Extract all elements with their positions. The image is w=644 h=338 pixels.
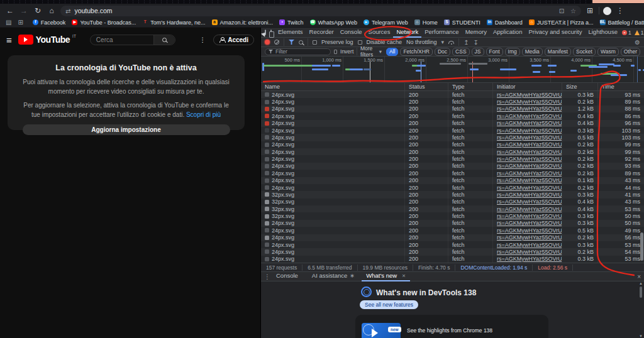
network-request-row[interactable]: 24px.svg 200 fetch rs=AGKMywHYaz55OVrU3Q… [261, 256, 644, 263]
network-request-row[interactable]: 24px.svg 200 fetch rs=AGKMywHYaz55OVrU3Q… [261, 134, 644, 141]
preserve-log-checkbox[interactable] [313, 40, 317, 45]
apps-grid-icon[interactable]: ⊞ [16, 19, 25, 26]
network-request-row[interactable]: 24px.svg 200 fetch rs=AGKMywHYaz55OVrU3Q… [261, 98, 644, 105]
learn-more-link[interactable]: Scopri di più [186, 111, 221, 118]
column-status[interactable]: Status [405, 83, 448, 90]
network-request-row[interactable]: 24px.svg 200 fetch rs=AGKMywHYaz55OVrU3Q… [261, 141, 644, 148]
network-request-row[interactable]: 24px.svg 200 fetch rs=AGKMywHYaz55OVrU3Q… [261, 91, 644, 98]
network-search-icon[interactable] [299, 40, 303, 45]
highlight-card[interactable]: new See the highlights from Chrome 138 [355, 315, 548, 338]
network-request-row[interactable]: 24px.svg 200 fetch rs=AGKMywHYaz55OVrU3Q… [261, 155, 644, 162]
request-initiator-link[interactable]: rs=AGKMywHYaz55OVrU3Q1xu4ZRgM [497, 185, 562, 191]
drawer-tab[interactable]: AI assistance ∗ [308, 271, 362, 281]
request-initiator-link[interactable]: rs=AGKMywHYaz55OVrU3Q1xu4ZRgM [497, 134, 562, 141]
request-type-chip[interactable]: Other [621, 48, 640, 56]
network-request-row[interactable]: 32px.svg 200 fetch rs=AGKMywHYaz55OVrU3Q… [261, 191, 644, 198]
network-request-row[interactable]: 24px.svg 200 fetch rs=AGKMywHYaz55OVrU3Q… [261, 177, 644, 184]
request-initiator-link[interactable]: rs=AGKMywHYaz55OVrU3Q1xu4ZRgM [497, 149, 562, 155]
guide-menu-icon[interactable]: ≡ [6, 35, 12, 45]
request-initiator-link[interactable]: rs=AGKMywHYaz55OVrU3Q1xu4ZRgM [497, 163, 562, 169]
bookmark-item[interactable]: in Dashboard [484, 18, 525, 27]
network-request-row[interactable]: 24px.svg 200 fetch rs=AGKMywHYaz55OVrU3Q… [261, 227, 644, 234]
request-type-chip[interactable]: Manifest [545, 48, 571, 56]
column-time[interactable]: Time [598, 83, 644, 90]
network-request-row[interactable]: 24px.svg 200 fetch rs=AGKMywHYaz55OVrU3Q… [261, 184, 644, 191]
bookmark-item[interactable]: ⌂ Home [412, 18, 440, 27]
inspect-element-icon[interactable] [265, 30, 266, 35]
request-initiator-link[interactable]: rs=AGKMywHYaz55OVrU3Q1xu4ZRgM [497, 106, 562, 112]
request-initiator-link[interactable]: rs=AGKMywHYaz55OVrU3Q1xu4ZRgM [497, 199, 562, 205]
search-input[interactable]: Cerca [90, 35, 175, 45]
drawer-tab[interactable]: What's new × [362, 271, 409, 281]
devtools-tab[interactable]: Performance [421, 28, 462, 38]
devtools-tab[interactable]: Network [393, 28, 421, 38]
search-button[interactable] [153, 35, 175, 45]
request-initiator-link[interactable]: rs=AGKMywHYaz55OVrU3Q1xu4ZRgM [497, 234, 562, 241]
disable-cache-checkbox[interactable] [358, 40, 362, 45]
column-initiator[interactable]: Initiator [493, 83, 562, 90]
request-type-chip[interactable]: Font [486, 48, 503, 56]
export-har-icon[interactable]: ↧ [474, 39, 479, 46]
home-icon[interactable]: ⌂ [47, 7, 57, 14]
masthead-menu-icon[interactable]: ⋮ [199, 39, 206, 41]
drawer-scrollbar[interactable]: ▲ ▼ [638, 281, 643, 338]
request-type-chip[interactable]: Wasm [597, 48, 619, 56]
address-bar[interactable]: ⇄ youtube.com ⊡ ☆ [60, 6, 581, 16]
filter-funnel-icon[interactable] [289, 40, 294, 45]
drawer-close-icon[interactable]: × [637, 273, 641, 280]
request-initiator-link[interactable]: rs=AGKMywHYaz55OVrU3Q1xu4ZRgM [497, 128, 562, 134]
request-type-chip[interactable]: Img [505, 48, 520, 56]
request-type-chip[interactable]: Doc [435, 48, 450, 56]
network-conditions-icon[interactable] [448, 41, 454, 44]
back-icon[interactable]: ← [5, 7, 15, 14]
throttling-select[interactable]: No throttling [406, 39, 437, 45]
extensions-icon[interactable]: ⊞ [585, 7, 595, 14]
send-to-device-icon[interactable]: ⊡ [559, 8, 564, 14]
warnings-badge[interactable]: 1 [635, 30, 644, 36]
devtools-tab[interactable]: Elements [275, 28, 306, 38]
network-request-row[interactable]: 24px.svg 200 fetch rs=AGKMywHYaz55OVrU3Q… [261, 220, 644, 227]
drawer-scrollbar-thumb[interactable] [640, 286, 642, 298]
network-request-row[interactable]: 24px.svg 200 fetch rs=AGKMywHYaz55OVrU3Q… [261, 241, 644, 248]
request-type-chip[interactable]: Fetch/XHR [400, 48, 433, 56]
errors-badge[interactable]: × 1 [622, 30, 631, 36]
network-request-row[interactable]: 24px.svg 200 fetch rs=AGKMywHYaz55OVrU3Q… [261, 148, 644, 155]
request-initiator-link[interactable]: rs=AGKMywHYaz55OVrU3Q1xu4ZRgM [497, 256, 562, 262]
bookmark-item[interactable]: T Tom's Hardware, ne... [140, 18, 208, 27]
network-request-row[interactable]: 24px.svg 200 fetch rs=AGKMywHYaz55OVrU3Q… [261, 120, 644, 127]
bookmark-item[interactable]: BL Battlelog / Battlefiel... [597, 18, 644, 27]
invert-checkbox[interactable] [334, 50, 337, 54]
request-type-chip[interactable]: All [386, 48, 398, 56]
request-type-chip[interactable]: JS [472, 48, 484, 56]
drawer-tab[interactable]: Console [272, 271, 308, 281]
device-toolbar-icon[interactable] [270, 30, 272, 36]
side-panel-icon[interactable]: ▤ [4, 19, 13, 26]
request-initiator-link[interactable]: rs=AGKMywHYaz55OVrU3Q1xu4ZRgM [497, 242, 562, 248]
bookmark-item[interactable]: ▪ Twitch [277, 18, 306, 27]
request-initiator-link[interactable]: rs=AGKMywHYaz55OVrU3Q1xu4ZRgM [497, 213, 562, 219]
request-type-chip[interactable]: Media [522, 48, 543, 56]
bookmark-item[interactable]: ☎ WhatsApp Web [308, 18, 360, 27]
devtools-tab[interactable]: Application [490, 28, 525, 38]
network-settings-gear-icon[interactable]: ⚙ [635, 39, 640, 46]
devtools-tab[interactable]: Console [337, 28, 365, 38]
sign-in-button[interactable]: Accedi [213, 35, 254, 45]
network-request-row[interactable]: 24px.svg 200 fetch rs=AGKMywHYaz55OVrU3Q… [261, 170, 644, 177]
network-request-row[interactable]: 32px.svg 200 fetch rs=AGKMywHYaz55OVrU3Q… [261, 212, 644, 219]
youtube-logo[interactable]: YouTube IT [18, 35, 76, 45]
request-initiator-link[interactable]: rs=AGKMywHYaz55OVrU3Q1xu4ZRgM [497, 227, 562, 234]
url-text[interactable]: youtube.com [74, 7, 112, 14]
request-initiator-link[interactable]: rs=AGKMywHYaz55OVrU3Q1xu4ZRgM [497, 170, 562, 177]
table-scrollbar-thumb[interactable] [640, 232, 643, 261]
import-har-icon[interactable]: ↥ [464, 39, 469, 46]
scroll-up-icon[interactable]: ▲ [639, 281, 643, 285]
request-initiator-link[interactable]: rs=AGKMywHYaz55OVrU3Q1xu4ZRgM [497, 120, 562, 126]
request-initiator-link[interactable]: rs=AGKMywHYaz55OVrU3Q1xu4ZRgM [497, 92, 562, 98]
request-initiator-link[interactable]: rs=AGKMywHYaz55OVrU3Q1xu4ZRgM [497, 99, 562, 105]
more-filters-button[interactable]: More filters [360, 45, 376, 58]
bookmark-item[interactable]: a Amazon.it: elettroni... [209, 18, 276, 27]
request-initiator-link[interactable]: rs=AGKMywHYaz55OVrU3Q1xu4ZRgM [497, 113, 562, 119]
network-overview[interactable]: 500 ms 1,000 ms 1,500 ms 2,000 ms [261, 57, 644, 83]
network-request-row[interactable]: 32px.svg 200 fetch rs=AGKMywHYaz55OVrU3Q… [261, 199, 644, 205]
bookmark-star-icon[interactable]: ☆ [570, 8, 576, 14]
